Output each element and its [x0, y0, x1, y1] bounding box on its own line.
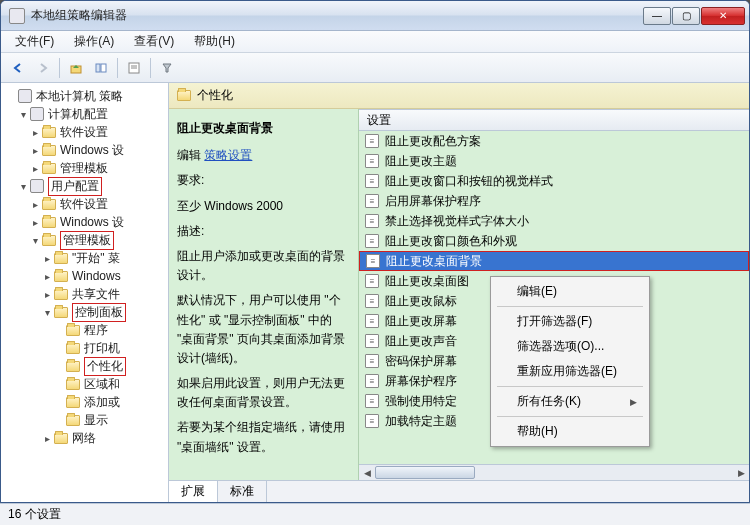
- list-item[interactable]: ≡阻止更改窗口和按钮的视觉样式: [359, 171, 749, 191]
- tree-node[interactable]: ▾计算机配置: [3, 105, 166, 123]
- tree-label: 管理模板: [60, 160, 108, 177]
- expander-icon[interactable]: ▾: [17, 108, 29, 120]
- expander-icon[interactable]: ▸: [29, 126, 41, 138]
- expander-icon[interactable]: ▸: [41, 432, 53, 444]
- expander-icon[interactable]: ▸: [29, 216, 41, 228]
- expander-icon[interactable]: [53, 378, 65, 390]
- tree-node[interactable]: ▾控制面板: [3, 303, 166, 321]
- tree-label: "开始" 菜: [72, 250, 120, 267]
- scrollbar-horizontal[interactable]: ◀ ▶: [359, 464, 749, 480]
- menu-file[interactable]: 文件(F): [5, 31, 64, 52]
- tree-node[interactable]: ▸软件设置: [3, 123, 166, 141]
- list-item[interactable]: ≡阻止更改窗口颜色和外观: [359, 231, 749, 251]
- menu-action[interactable]: 操作(A): [64, 31, 124, 52]
- expander-icon[interactable]: ▸: [41, 270, 53, 282]
- tree-label: 用户配置: [48, 177, 102, 196]
- tree-node[interactable]: ▸Windows: [3, 267, 166, 285]
- expander-icon[interactable]: ▸: [29, 144, 41, 156]
- properties-button[interactable]: [123, 57, 145, 79]
- content-header: 个性化: [169, 83, 749, 109]
- context-menu-item[interactable]: 重新应用筛选器(E): [493, 359, 647, 384]
- context-menu-item[interactable]: 编辑(E): [493, 279, 647, 304]
- scroll-right-icon[interactable]: ▶: [733, 465, 749, 480]
- tree-node[interactable]: ▸软件设置: [3, 195, 166, 213]
- expander-icon[interactable]: ▾: [17, 180, 29, 192]
- tree-label: 区域和: [84, 376, 120, 393]
- expander-icon[interactable]: ▸: [41, 252, 53, 264]
- list-item-label: 密码保护屏幕: [385, 353, 457, 370]
- tree-node[interactable]: ▾管理模板: [3, 231, 166, 249]
- tab-standard[interactable]: 标准: [218, 481, 267, 502]
- tree-node[interactable]: 打印机: [3, 339, 166, 357]
- expander-icon[interactable]: [53, 396, 65, 408]
- maximize-button[interactable]: ▢: [672, 7, 700, 25]
- context-menu-item[interactable]: 筛选器选项(O)...: [493, 334, 647, 359]
- list-item-label: 屏幕保护程序: [385, 373, 457, 390]
- tree-node[interactable]: ▸"开始" 菜: [3, 249, 166, 267]
- tree-node[interactable]: 添加或: [3, 393, 166, 411]
- menu-help[interactable]: 帮助(H): [184, 31, 245, 52]
- desc-text-4: 若要为某个组指定墙纸，请使用 "桌面墙纸" 设置。: [177, 418, 350, 456]
- folder-icon: [42, 145, 56, 156]
- close-button[interactable]: ✕: [701, 7, 745, 25]
- titlebar[interactable]: 本地组策略编辑器 — ▢ ✕: [1, 1, 749, 31]
- expander-icon[interactable]: ▾: [29, 234, 41, 246]
- setting-icon: ≡: [365, 394, 379, 408]
- expander-icon[interactable]: [53, 360, 65, 372]
- context-menu-item[interactable]: 打开筛选器(F): [493, 309, 647, 334]
- filter-button[interactable]: [156, 57, 178, 79]
- expander-icon[interactable]: [53, 414, 65, 426]
- menu-view[interactable]: 查看(V): [124, 31, 184, 52]
- scroll-left-icon[interactable]: ◀: [359, 465, 375, 480]
- desc-edit-label: 编辑: [177, 148, 201, 162]
- list-item[interactable]: ≡禁止选择视觉样式字体大小: [359, 211, 749, 231]
- tab-extended[interactable]: 扩展: [169, 481, 218, 502]
- desc-edit-link[interactable]: 策略设置: [204, 148, 252, 162]
- tree-label: 添加或: [84, 394, 120, 411]
- expander-icon[interactable]: ▾: [41, 306, 53, 318]
- tree-node[interactable]: ▸共享文件: [3, 285, 166, 303]
- expander-icon[interactable]: [53, 342, 65, 354]
- show-hide-button[interactable]: [90, 57, 112, 79]
- forward-button[interactable]: [32, 57, 54, 79]
- desc-req-text: 至少 Windows 2000: [177, 197, 350, 216]
- tree-node[interactable]: 本地计算机 策略: [3, 87, 166, 105]
- expander-icon[interactable]: ▸: [29, 198, 41, 210]
- tree-node[interactable]: 程序: [3, 321, 166, 339]
- tree-node[interactable]: 个性化: [3, 357, 166, 375]
- setting-icon: ≡: [365, 154, 379, 168]
- list-column-header[interactable]: 设置: [359, 109, 749, 131]
- tree-node[interactable]: 显示: [3, 411, 166, 429]
- tree-node[interactable]: ▸网络: [3, 429, 166, 447]
- tree-node[interactable]: ▸Windows 设: [3, 141, 166, 159]
- tree-panel[interactable]: 本地计算机 策略▾计算机配置▸软件设置▸Windows 设▸管理模板▾用户配置▸…: [1, 83, 169, 502]
- tree-node[interactable]: ▾用户配置: [3, 177, 166, 195]
- tree-label: Windows: [72, 269, 121, 283]
- expander-icon[interactable]: ▸: [29, 162, 41, 174]
- scrollbar-thumb[interactable]: [375, 466, 475, 479]
- list-item[interactable]: ≡阻止更改配色方案: [359, 131, 749, 151]
- folder-icon: [54, 271, 68, 282]
- up-button[interactable]: [65, 57, 87, 79]
- list-item-label: 禁止选择视觉样式字体大小: [385, 213, 529, 230]
- context-menu-item[interactable]: 所有任务(K)▶: [493, 389, 647, 414]
- list-item[interactable]: ≡阻止更改主题: [359, 151, 749, 171]
- description-pane: 阻止更改桌面背景 编辑 策略设置 要求: 至少 Windows 2000 描述:…: [169, 109, 359, 480]
- tree-node[interactable]: ▸管理模板: [3, 159, 166, 177]
- expander-icon[interactable]: [5, 90, 17, 102]
- minimize-button[interactable]: —: [643, 7, 671, 25]
- expander-icon[interactable]: [53, 324, 65, 336]
- list-item-label: 阻止更改屏幕: [385, 313, 457, 330]
- desc-text-1: 阻止用户添加或更改桌面的背景设计。: [177, 247, 350, 285]
- list-item[interactable]: ≡阻止更改桌面背景: [359, 251, 749, 271]
- tree-node[interactable]: ▸Windows 设: [3, 213, 166, 231]
- submenu-arrow-icon: ▶: [630, 397, 637, 407]
- context-menu-item[interactable]: 帮助(H): [493, 419, 647, 444]
- menu-item-label: 所有任务(K): [517, 393, 581, 410]
- back-button[interactable]: [7, 57, 29, 79]
- tree-label: 软件设置: [60, 196, 108, 213]
- tabs: 扩展 标准: [169, 480, 749, 502]
- list-item[interactable]: ≡启用屏幕保护程序: [359, 191, 749, 211]
- expander-icon[interactable]: ▸: [41, 288, 53, 300]
- tree-node[interactable]: 区域和: [3, 375, 166, 393]
